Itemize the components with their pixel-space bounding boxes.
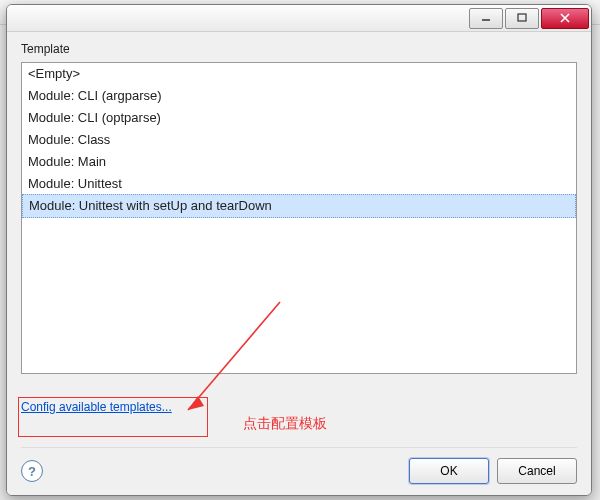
svg-rect-3 [518,14,526,21]
link-row: Config available templates... [21,400,577,414]
close-button[interactable] [541,8,589,29]
maximize-button[interactable] [505,8,539,29]
cancel-button[interactable]: Cancel [497,458,577,484]
list-item[interactable]: <Empty> [22,63,576,85]
dialog-body: Template <Empty>Module: CLI (argparse)Mo… [7,32,591,496]
template-dialog: Template <Empty>Module: CLI (argparse)Mo… [6,4,592,496]
list-item[interactable]: Module: Main [22,151,576,173]
config-templates-link[interactable]: Config available templates... [21,400,172,414]
ok-button[interactable]: OK [409,458,489,484]
section-label: Template [21,42,577,56]
button-row: ? OK Cancel [21,447,577,484]
help-button[interactable]: ? [21,460,43,482]
template-listbox[interactable]: <Empty>Module: CLI (argparse)Module: CLI… [21,62,577,374]
list-item[interactable]: Module: CLI (argparse) [22,85,576,107]
list-item[interactable]: Module: Unittest with setUp and tearDown [22,194,576,218]
list-item[interactable]: Module: CLI (optparse) [22,107,576,129]
minimize-button[interactable] [469,8,503,29]
list-item[interactable]: Module: Class [22,129,576,151]
dialog-titlebar [7,5,591,32]
list-item[interactable]: Module: Unittest [22,173,576,195]
